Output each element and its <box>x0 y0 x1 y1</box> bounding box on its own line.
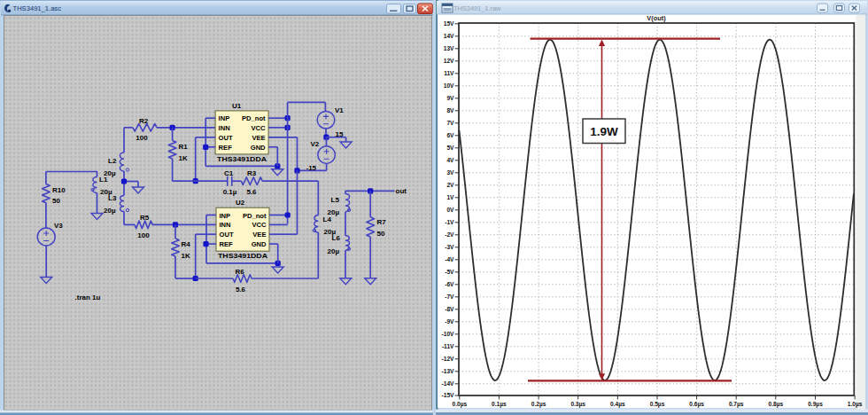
svg-text:-2V: -2V <box>445 231 454 238</box>
svg-text:-14V: -14V <box>442 380 455 387</box>
svg-text:REF: REF <box>219 144 233 152</box>
svg-text:R7: R7 <box>377 218 387 226</box>
svg-text:10V: 10V <box>444 82 454 89</box>
svg-text:GND: GND <box>251 144 266 152</box>
svg-text:-12V: -12V <box>442 356 455 362</box>
svg-text:THS3491DDA: THS3491DDA <box>217 155 267 163</box>
svg-text:OUT: OUT <box>220 231 234 239</box>
svg-text:L4: L4 <box>323 215 332 223</box>
svg-text:100: 100 <box>137 231 150 239</box>
svg-text:12V: 12V <box>444 58 454 64</box>
svg-text:-7V: -7V <box>445 294 454 300</box>
svg-text:-9V: -9V <box>445 318 454 325</box>
svg-text:L6: L6 <box>332 234 341 242</box>
svg-text:13V: 13V <box>444 45 454 51</box>
svg-text:GND: GND <box>252 240 267 248</box>
svg-text:R10: R10 <box>52 186 66 194</box>
svg-text:0.1µs: 0.1µs <box>492 401 507 408</box>
svg-text:PD_not: PD_not <box>243 212 267 220</box>
svg-text:VCC: VCC <box>252 124 267 132</box>
svg-text:0.6µs: 0.6µs <box>689 401 704 408</box>
svg-text:INN: INN <box>220 221 231 229</box>
svg-text:20µ: 20µ <box>328 208 340 216</box>
svg-text:1K: 1K <box>179 154 188 162</box>
svg-text:1.0µs: 1.0µs <box>848 401 863 408</box>
svg-text:U1: U1 <box>232 102 242 110</box>
svg-text:VEE: VEE <box>252 231 266 239</box>
svg-text:15V: 15V <box>444 20 454 27</box>
svg-text:0.9µs: 0.9µs <box>808 401 823 408</box>
svg-text:VCC: VCC <box>252 221 267 229</box>
svg-text:8V: 8V <box>446 107 454 114</box>
svg-text:0.0µs: 0.0µs <box>452 401 467 408</box>
svg-text:REF: REF <box>220 240 234 248</box>
svg-text:5.6: 5.6 <box>246 188 257 196</box>
svg-text:1.9W: 1.9W <box>590 125 618 138</box>
svg-text:-5V: -5V <box>445 269 454 275</box>
svg-text:0.1µ: 0.1µ <box>223 188 237 196</box>
svg-text:0.5µs: 0.5µs <box>650 401 665 408</box>
svg-text:INP: INP <box>219 114 230 122</box>
svg-text:L3: L3 <box>108 194 117 202</box>
svg-text:THS3491DDA: THS3491DDA <box>218 252 267 260</box>
svg-text:VEE: VEE <box>252 134 265 142</box>
svg-text:THS3491_1.asc: THS3491_1.asc <box>13 4 62 12</box>
svg-text:PD_not: PD_not <box>242 114 266 122</box>
svg-text:6V: 6V <box>446 132 454 138</box>
svg-text:R3: R3 <box>247 169 257 177</box>
svg-text:C1: C1 <box>224 169 234 177</box>
svg-text:.tran 1u: .tran 1u <box>75 294 101 301</box>
svg-text:20µ: 20µ <box>328 247 340 255</box>
svg-text:-15V: -15V <box>442 392 455 398</box>
svg-text:2V: 2V <box>446 182 454 188</box>
svg-text:-11V: -11V <box>442 343 454 349</box>
svg-text:V3: V3 <box>54 222 63 230</box>
svg-text:100: 100 <box>136 134 148 142</box>
svg-text:-6V: -6V <box>445 281 454 287</box>
svg-text:V2: V2 <box>311 140 320 148</box>
svg-text:20µ: 20µ <box>104 207 116 215</box>
svg-text:50: 50 <box>52 197 60 205</box>
svg-text:0.7µs: 0.7µs <box>729 401 744 408</box>
svg-text:0.8µs: 0.8µs <box>768 401 783 408</box>
svg-text:R4: R4 <box>182 240 191 248</box>
svg-text:-1V: -1V <box>445 219 454 225</box>
svg-text:0V: 0V <box>446 207 454 213</box>
svg-text:9V: 9V <box>446 95 454 101</box>
svg-text:R1: R1 <box>179 143 189 151</box>
svg-text:-8V: -8V <box>445 306 454 312</box>
svg-text:L2: L2 <box>108 157 117 165</box>
svg-text:R6: R6 <box>235 268 244 276</box>
svg-text:3V: 3V <box>446 169 454 176</box>
svg-text:1V: 1V <box>446 194 454 200</box>
svg-text:5V: 5V <box>446 145 454 151</box>
svg-text:INN: INN <box>219 124 230 132</box>
svg-text:5.6: 5.6 <box>236 286 246 294</box>
svg-text:-4V: -4V <box>445 256 454 262</box>
svg-text:-13V: -13V <box>442 368 455 374</box>
svg-text:V1: V1 <box>335 106 344 114</box>
svg-text:V(out): V(out) <box>647 14 666 22</box>
svg-text:4V: 4V <box>446 157 454 163</box>
svg-text:INP: INP <box>220 212 231 220</box>
svg-text:0.2µs: 0.2µs <box>531 401 546 408</box>
svg-text:14V: 14V <box>444 33 454 39</box>
svg-text:R2: R2 <box>139 117 149 125</box>
svg-text:15: 15 <box>336 130 344 138</box>
svg-text:7V: 7V <box>446 120 454 126</box>
svg-text:-10V: -10V <box>442 331 455 337</box>
svg-text:R5: R5 <box>140 214 150 222</box>
svg-text:0.3µs: 0.3µs <box>570 401 585 408</box>
svg-text:U2: U2 <box>236 199 245 207</box>
svg-text:0.4µs: 0.4µs <box>610 401 625 408</box>
svg-text:-15: -15 <box>306 164 317 172</box>
svg-text:L5: L5 <box>331 196 340 204</box>
svg-text:THS3491_1.raw: THS3491_1.raw <box>453 4 501 12</box>
svg-text:out: out <box>396 187 407 195</box>
svg-text:20µ: 20µ <box>104 169 116 177</box>
svg-text:50: 50 <box>377 230 385 238</box>
svg-text:-3V: -3V <box>445 244 454 250</box>
svg-text:1K: 1K <box>182 252 190 260</box>
svg-text:OUT: OUT <box>219 134 233 142</box>
svg-text:11V: 11V <box>444 70 454 76</box>
